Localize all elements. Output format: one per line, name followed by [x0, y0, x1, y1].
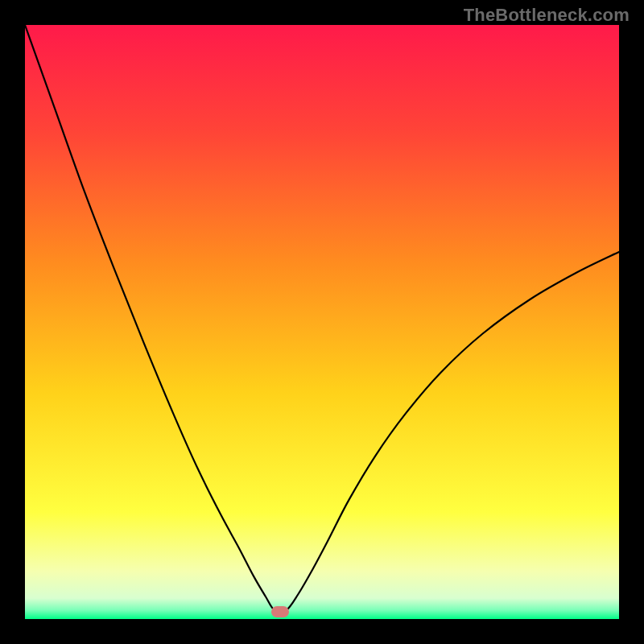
bottleneck-curve	[25, 25, 619, 619]
plot-area	[25, 25, 619, 619]
optimal-marker	[271, 606, 289, 617]
watermark-text: TheBottleneck.com	[464, 5, 630, 26]
chart-frame: TheBottleneck.com	[0, 0, 644, 644]
